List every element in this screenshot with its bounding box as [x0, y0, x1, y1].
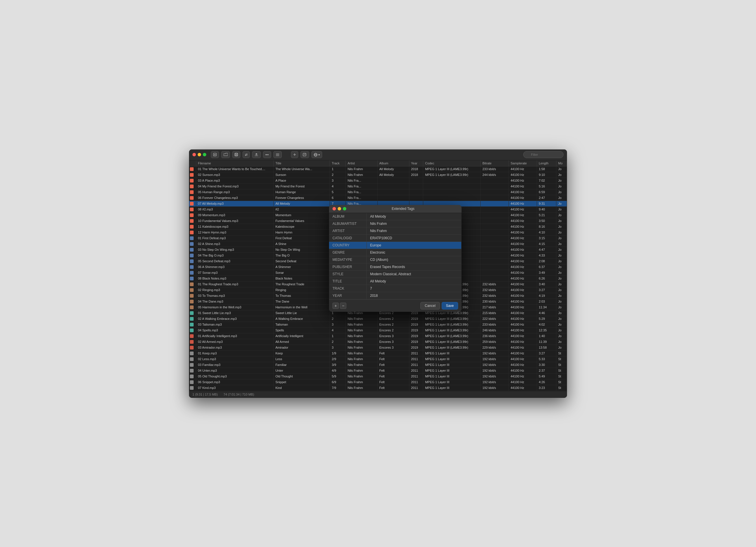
toolbar-export-button[interactable] [252, 151, 261, 158]
row-codec: MPEG 1 Layer III (LAME3.99r) [423, 344, 481, 350]
row-title: No Step On Wing [273, 247, 330, 253]
toolbar-save-button[interactable] [232, 151, 240, 158]
row-icon [189, 373, 196, 379]
col-header-album[interactable]: Album [377, 160, 409, 167]
table-row[interactable]: 01 The Whole Universe Wants to Be Touche… [189, 166, 567, 172]
row-mo: St [556, 368, 567, 373]
modal-maximize-button[interactable] [343, 207, 346, 211]
row-album: Encores 3 [377, 344, 409, 350]
row-year: 2011 [409, 356, 423, 362]
row-filename: 01 Artificially Intelligent.mp3 [196, 333, 273, 339]
save-button[interactable]: Save [442, 302, 458, 309]
table-row[interactable]: 02 Less.mp3 Less 2/9 Nils Frahm Felt 201… [189, 356, 567, 362]
search-input[interactable] [523, 151, 564, 158]
col-header-track[interactable]: Track [330, 160, 346, 167]
row-length: 4:15 [537, 241, 556, 247]
table-row[interactable]: 03 Talisman.mp3 Talisman 3 Nils Frahm En… [189, 321, 567, 327]
col-header-length[interactable]: Length [537, 160, 556, 167]
row-mo: Jo [556, 166, 567, 172]
modal-minimize-button[interactable] [338, 207, 341, 211]
row-bitrate [481, 218, 509, 224]
table-row[interactable]: 05 Old Thought.mp3 Old Thought 5/9 Nils … [189, 373, 567, 379]
table-row[interactable]: 07 Kind.mp3 Kind 7/9 Nils Frahm Felt 201… [189, 385, 567, 391]
row-filename: 01 The Roughest Trade.mp3 [196, 281, 273, 287]
maximize-button[interactable] [203, 153, 206, 156]
toolbar-crosshair-button[interactable]: ✛ [291, 151, 298, 158]
col-header-mo[interactable]: Mo [556, 160, 567, 167]
row-mo: Jo [556, 293, 567, 298]
tag-row[interactable]: TRACK 7 [329, 285, 462, 292]
tag-row[interactable]: MEDIATYPE CD (Album) [329, 256, 462, 263]
table-row[interactable]: 02 A Walking Embrace.mp3 A Walking Embra… [189, 316, 567, 321]
tag-row[interactable]: YEAR 2018 [329, 292, 462, 299]
modal-close-button[interactable] [332, 207, 336, 211]
row-title: Sweet Little Lie [273, 310, 330, 316]
table-row[interactable]: 06 Forever Changeless.mp3 Forever Change… [189, 195, 567, 201]
row-codec [423, 178, 481, 184]
tag-row[interactable]: ALBUMARTIST Nils Frahm [329, 220, 462, 227]
toolbar-list-button[interactable] [273, 151, 282, 158]
row-bitrate [481, 189, 509, 195]
row-mo: Jo [556, 298, 567, 304]
toolbar-dots-button[interactable]: ••• [263, 151, 271, 158]
col-header-title[interactable]: Title [273, 160, 330, 167]
col-header-samplerate[interactable]: Samplerate [509, 160, 537, 167]
close-button[interactable] [192, 153, 196, 156]
row-year: 2019 [409, 339, 423, 344]
toolbar-globe-button[interactable]: ▾ [311, 151, 322, 158]
row-year: 2011 [409, 373, 423, 379]
row-samplerate: 44100 Hz [509, 218, 537, 224]
toolbar-arrows-button[interactable]: ⇄ [243, 151, 250, 158]
row-codec: MPEG 1 Layer III (LAME3.99r) [423, 327, 481, 333]
col-header-codec[interactable]: Codec [423, 160, 481, 167]
tag-row[interactable]: PUBLISHER Erased Tapes Records [329, 263, 462, 270]
table-row[interactable]: 01 Keep.mp3 Keep 1/9 Nils Frahm Felt 201… [189, 350, 567, 356]
row-filename: 01 The Whole Universe Wants to Be Touche… [196, 166, 273, 172]
tag-value: All Melody [366, 277, 462, 285]
cancel-button[interactable]: Cancel [420, 302, 440, 309]
tag-row[interactable]: COUNTRY Europe [329, 242, 462, 249]
row-title: Old Thought [273, 373, 330, 379]
table-row[interactable]: 02 Sunson.mp3 Sunson 2 Nils Frahm All Me… [189, 172, 567, 178]
toolbar-tag-button[interactable] [300, 151, 309, 158]
tag-row[interactable]: STYLE Modern Classical, Abstract [329, 270, 462, 277]
col-header-year[interactable]: Year [409, 160, 423, 167]
toolbar-import-button[interactable] [211, 151, 219, 158]
minimize-button[interactable] [198, 153, 201, 156]
col-header-bitrate[interactable]: Bitrate [481, 160, 509, 167]
tag-value: Electronic [366, 249, 462, 256]
toolbar-folder-button[interactable] [221, 151, 230, 158]
table-row[interactable]: 04 Spells.mp3 Spells 4 Nils Frahm Encore… [189, 327, 567, 333]
table-row[interactable]: 02 All Armed.mp3 All Armed 2 Nils Frahm … [189, 339, 567, 344]
row-mo: St [556, 350, 567, 356]
add-tag-button[interactable]: + [332, 302, 339, 309]
tag-row[interactable]: ALBUM All Melody [329, 213, 462, 220]
row-track: 6 [330, 195, 346, 201]
tag-row[interactable]: CATALOGID ERATP106CD [329, 234, 462, 242]
row-mo: Jo [556, 321, 567, 327]
tag-row[interactable]: GENRE Electronic [329, 249, 462, 256]
table-row[interactable]: 04 My Friend the Forest.mp3 My Friend th… [189, 184, 567, 189]
table-row[interactable]: 04 Unter.mp3 Unter 4/9 Nils Frahm Felt 2… [189, 368, 567, 373]
row-filename: 01 Keep.mp3 [196, 350, 273, 356]
row-bitrate: 233 kbit/s [481, 321, 509, 327]
remove-tag-button[interactable]: − [340, 302, 346, 309]
table-row[interactable]: 03 Amirador.mp3 Amirador 3 Nils Frahm En… [189, 344, 567, 350]
row-year: 2019 [409, 344, 423, 350]
col-header-artist[interactable]: Artist [346, 160, 377, 167]
row-year: 2019 [409, 316, 423, 321]
table-row[interactable]: 01 Artificially Intelligent.mp3 Artifici… [189, 333, 567, 339]
row-track: 4 [330, 327, 346, 333]
table-row[interactable]: 06 Snippet.mp3 Snippet 6/9 Nils Frahm Fe… [189, 379, 567, 385]
tag-row[interactable]: TITLE All Melody [329, 277, 462, 285]
row-samplerate: 44100 Hz [509, 385, 537, 391]
row-filename: 02 Ringing.mp3 [196, 287, 273, 293]
row-track: 3 [330, 344, 346, 350]
table-row[interactable]: 03 A Place.mp3 A Place 3 Nils Fra... 441… [189, 178, 567, 184]
tag-row[interactable]: ARTIST Nils Frahm [329, 227, 462, 234]
row-mo: Jo [556, 327, 567, 333]
col-header-filename[interactable]: Filename [196, 160, 273, 167]
table-row[interactable]: 03 Familiar.mp3 Familiar 3/9 Nils Frahm … [189, 362, 567, 368]
table-row[interactable]: 05 Human Range.mp3 Human Range 5 Nils Fr… [189, 189, 567, 195]
row-codec: MPEG 1 Layer III [423, 350, 481, 356]
